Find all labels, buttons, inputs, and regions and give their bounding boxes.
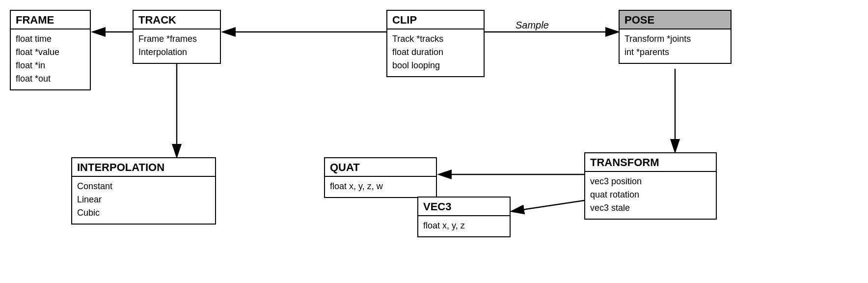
box-frame-body: float time float *value float *in float … bbox=[11, 29, 90, 89]
box-frame-field-4: float *out bbox=[16, 72, 85, 85]
box-transform-body: vec3 position quat rotation vec3 stale bbox=[585, 172, 716, 219]
box-clip-title: CLIP bbox=[387, 11, 484, 29]
box-pose: POSE Transform *joints int *parents bbox=[619, 10, 732, 64]
box-frame-title: FRAME bbox=[11, 11, 90, 29]
box-quat-field-1: float x, y, z, w bbox=[330, 180, 431, 193]
box-pose-field-1: Transform *joints bbox=[624, 32, 726, 46]
box-clip-field-1: Track *tracks bbox=[392, 32, 479, 46]
box-clip: CLIP Track *tracks float duration bool l… bbox=[386, 10, 485, 77]
box-clip-field-2: float duration bbox=[392, 46, 479, 59]
sample-label: Sample bbox=[515, 20, 549, 31]
box-track-body: Frame *frames Interpolation bbox=[134, 29, 220, 63]
box-pose-title: POSE bbox=[620, 11, 731, 29]
box-track: TRACK Frame *frames Interpolation bbox=[133, 10, 221, 64]
box-frame: FRAME float time float *value float *in … bbox=[10, 10, 91, 90]
box-interpolation: INTERPOLATION Constant Linear Cubic bbox=[71, 157, 216, 225]
box-track-field-2: Interpolation bbox=[138, 46, 215, 59]
box-clip-body: Track *tracks float duration bool loopin… bbox=[387, 29, 484, 76]
box-interpolation-field-3: Cubic bbox=[77, 206, 210, 220]
box-pose-body: Transform *joints int *parents bbox=[620, 29, 731, 63]
box-transform-title: TRANSFORM bbox=[585, 153, 716, 172]
box-quat-title: QUAT bbox=[325, 158, 436, 177]
box-frame-field-3: float *in bbox=[16, 59, 85, 72]
box-interpolation-field-1: Constant bbox=[77, 180, 210, 193]
box-vec3-field-1: float x, y, z bbox=[423, 219, 505, 232]
box-transform: TRANSFORM vec3 position quat rotation ve… bbox=[584, 152, 717, 220]
box-track-field-1: Frame *frames bbox=[138, 32, 215, 46]
box-transform-field-2: quat rotation bbox=[590, 188, 711, 201]
box-pose-field-2: int *parents bbox=[624, 46, 726, 59]
box-transform-field-3: vec3 stale bbox=[590, 201, 711, 215]
diagram-container: Sample FRAME float time float *value flo… bbox=[0, 0, 868, 283]
box-vec3-body: float x, y, z bbox=[418, 216, 510, 236]
box-frame-field-2: float *value bbox=[16, 46, 85, 59]
box-frame-field-1: float time bbox=[16, 32, 85, 46]
box-interpolation-title: INTERPOLATION bbox=[72, 158, 215, 177]
box-vec3-title: VEC3 bbox=[418, 198, 510, 216]
box-quat: QUAT float x, y, z, w bbox=[324, 157, 437, 198]
box-transform-field-1: vec3 position bbox=[590, 175, 711, 188]
svg-line-7 bbox=[512, 200, 584, 211]
box-clip-field-3: bool looping bbox=[392, 59, 479, 72]
box-vec3: VEC3 float x, y, z bbox=[417, 197, 511, 237]
box-interpolation-field-2: Linear bbox=[77, 193, 210, 206]
box-quat-body: float x, y, z, w bbox=[325, 177, 436, 197]
box-track-title: TRACK bbox=[134, 11, 220, 29]
box-interpolation-body: Constant Linear Cubic bbox=[72, 177, 215, 224]
